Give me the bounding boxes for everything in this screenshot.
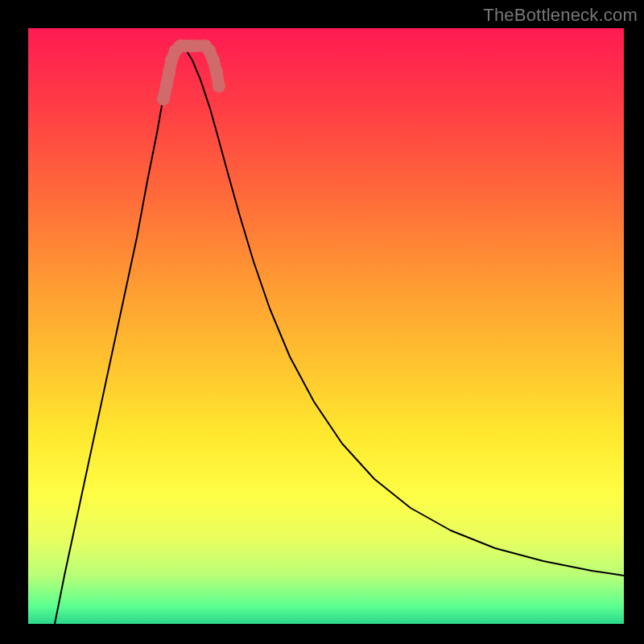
marker-dot: [185, 39, 198, 52]
marker-dot: [163, 66, 175, 79]
chart-plot-area: [28, 28, 624, 624]
chart-svg: [28, 28, 624, 624]
curve-line: [55, 46, 624, 624]
marker-dot: [207, 54, 220, 67]
marker-dot: [160, 78, 173, 91]
watermark-text: TheBottleneck.com: [483, 5, 638, 26]
marker-dot: [213, 80, 225, 93]
marker-dot: [157, 93, 170, 105]
marker-dot: [210, 66, 223, 79]
chart-frame: TheBottleneck.com: [0, 0, 644, 644]
